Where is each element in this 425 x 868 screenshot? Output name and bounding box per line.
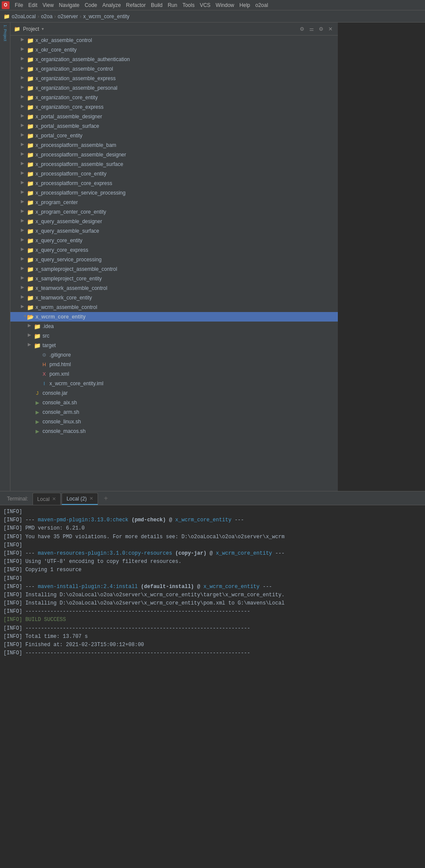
menu-help[interactable]: Help (237, 1, 253, 9)
gear-icon[interactable]: ⚙ (298, 25, 306, 33)
tree-icon-console_arm.sh: ▶ (34, 409, 41, 416)
tree-item-x_query_assemble_designer[interactable]: ▶📁x_query_assemble_designer (10, 217, 338, 226)
breadcrumb-o2oa[interactable]: o2oa (41, 13, 52, 20)
tree-arrow-x_teamwork_assemble_control: ▶ (21, 285, 27, 292)
settings-icon[interactable]: ⚙ (317, 25, 325, 33)
tree-item-x_processplatform_service_processing[interactable]: ▶📁x_processplatform_service_processing (10, 188, 338, 198)
tree-item-x_query_core_entity[interactable]: ▶📁x_query_core_entity (10, 236, 338, 245)
terminal-line: [INFO] ---------------------------------… (3, 624, 422, 633)
menu-edit[interactable]: Edit (26, 1, 40, 9)
tree-item-.gitignore[interactable]: ⚙.gitignore (10, 350, 338, 360)
tab-local1-close[interactable]: ✕ (52, 496, 56, 502)
tree-item-x_wcrm_assemble_control[interactable]: ▶📁x_wcrm_assemble_control (10, 302, 338, 312)
panel-dropdown-icon[interactable]: ▾ (42, 26, 44, 31)
menu-run[interactable]: Run (165, 1, 180, 9)
terminal-tab-local1[interactable]: Local ✕ (33, 493, 61, 505)
tree-item-x_portal_assemble_designer[interactable]: ▶📁x_portal_assemble_designer (10, 112, 338, 121)
tree-item-console_arm.sh[interactable]: ▶console_arm.sh (10, 407, 338, 417)
tree-label-x_query_core_express: x_query_core_express (36, 247, 88, 253)
tree-label-x_wcrm_core_entity.iml: x_wcrm_core_entity.iml (49, 380, 103, 387)
tree-icon-x_processplatform_assemble_bam: 📁 (27, 142, 34, 149)
tree-item-x_teamwork_assemble_control[interactable]: ▶📁x_teamwork_assemble_control (10, 283, 338, 293)
menu-window[interactable]: Window (213, 1, 237, 9)
tree-arrow-x_processplatform_core_entity: ▶ (21, 170, 27, 177)
tree-item-.idea[interactable]: ▶📁.idea (10, 322, 338, 331)
close-icon[interactable]: ✕ (327, 25, 334, 33)
tree-item-x_okr_assemble_control[interactable]: ▶📁x_okr_assemble_control (10, 36, 338, 45)
tab-local1-label: Local (37, 496, 50, 502)
tree-item-src[interactable]: ▶📁src (10, 331, 338, 341)
breadcrumb-o2oalocal[interactable]: o2oaLocal (12, 13, 36, 20)
tree-arrow-x_organization_assemble_personal: ▶ (21, 85, 27, 91)
menu-build[interactable]: Build (148, 1, 165, 9)
tree-label-x_portal_core_entity: x_portal_core_entity (36, 133, 82, 139)
tree-item-console_macos.sh[interactable]: ▶console_macos.sh (10, 426, 338, 436)
tree-item-console_aix.sh[interactable]: ▶console_aix.sh (10, 398, 338, 407)
tree-arrow-x_wcrm_assemble_control: ▶ (21, 304, 27, 311)
tree-item-x_okr_core_entity[interactable]: ▶📁x_okr_core_entity (10, 45, 338, 55)
breadcrumb-o2server[interactable]: o2server (58, 13, 78, 20)
tree-item-x_organization_assemble_control[interactable]: ▶📁x_organization_assemble_control (10, 64, 338, 74)
tree-item-x_query_core_express[interactable]: ▶📁x_query_core_express (10, 245, 338, 255)
terminal-line: [INFO] (3, 541, 422, 549)
menu-tools[interactable]: Tools (180, 1, 197, 9)
tree-label-x_organization_core_express: x_organization_core_express (36, 104, 104, 110)
filter-icon[interactable]: ⚌ (307, 25, 315, 33)
tree-item-x_processplatform_assemble_designer[interactable]: ▶📁x_processplatform_assemble_designer (10, 150, 338, 159)
tree-icon-x_organization_assemble_authentication: 📁 (27, 56, 34, 63)
tree-item-x_sampleproject_core_entity[interactable]: ▶📁x_sampleproject_core_entity (10, 274, 338, 283)
tree-arrow-x_processplatform_assemble_bam: ▶ (21, 142, 27, 149)
add-tab-button[interactable]: + (101, 493, 111, 504)
tree-item-x_wcrm_core_entity[interactable]: ▼📂x_wcrm_core_entity (10, 312, 338, 322)
tree-arrow-x_processplatform_assemble_designer: ▶ (21, 151, 27, 158)
tree-label-x_organization_core_entity: x_organization_core_entity (36, 94, 98, 101)
tree-item-console.jar[interactable]: Jconsole.jar (10, 388, 338, 398)
terminal-line: [INFO] Using 'UTF-8' encoding to copy fi… (3, 558, 422, 566)
tree-item-x_wcrm_core_entity.iml[interactable]: Ix_wcrm_core_entity.iml (10, 379, 338, 388)
tree-icon-x_teamwork_core_entity: 📁 (27, 294, 34, 301)
tab-local2-close[interactable]: ✕ (89, 496, 93, 501)
tree-item-x_sampleproject_assemble_control[interactable]: ▶📁x_sampleproject_assemble_control (10, 264, 338, 274)
menu-bar: O File Edit View Navigate Code Analyze R… (0, 0, 425, 10)
menu-view[interactable]: View (40, 1, 56, 9)
tree-item-x_portal_core_entity[interactable]: ▶📁x_portal_core_entity (10, 131, 338, 140)
tree-item-console_linux.sh[interactable]: ▶console_linux.sh (10, 417, 338, 426)
menu-o2oal[interactable]: o2oal (253, 1, 271, 9)
tree-item-x_program_center_core_entity[interactable]: ▶📁x_program_center_core_entity (10, 207, 338, 217)
menu-navigate[interactable]: Navigate (56, 1, 82, 9)
menu-code[interactable]: Code (82, 1, 100, 9)
terminal-label: Terminal: (3, 493, 32, 505)
tree-item-x_processplatform_core_entity[interactable]: ▶📁x_processplatform_core_entity (10, 169, 338, 179)
tree-item-target[interactable]: ▶📁target (10, 341, 338, 350)
tree-label-x_query_assemble_designer: x_query_assemble_designer (36, 218, 102, 224)
tree-item-x_organization_assemble_authentication[interactable]: ▶📁x_organization_assemble_authentication (10, 55, 338, 64)
tree-label-x_processplatform_assemble_surface: x_processplatform_assemble_surface (36, 161, 123, 167)
menu-analyze[interactable]: Analyze (100, 1, 124, 9)
tree-item-pmd.html[interactable]: Hpmd.html (10, 360, 338, 369)
menu-refactor[interactable]: Refactor (124, 1, 148, 9)
tree-item-x_teamwork_core_entity[interactable]: ▶📁x_teamwork_core_entity (10, 293, 338, 302)
tree-item-pom.xml[interactable]: Xpom.xml (10, 369, 338, 379)
tree-item-x_query_service_processing[interactable]: ▶📁x_query_service_processing (10, 255, 338, 264)
tree-item-x_organization_core_express[interactable]: ▶📁x_organization_core_express (10, 102, 338, 112)
side-icon-project[interactable]: 1: Project (1, 24, 10, 42)
tree-label-pmd.html: pmd.html (49, 361, 71, 367)
tree-arrow-x_organization_assemble_control: ▶ (21, 65, 27, 72)
tree-label-x_query_service_processing: x_query_service_processing (36, 257, 101, 263)
tree-label-console_macos.sh: console_macos.sh (42, 428, 85, 434)
terminal-tab-local2[interactable]: Local (2) ✕ (62, 493, 98, 505)
tree-label-x_wcrm_assemble_control: x_wcrm_assemble_control (36, 304, 97, 310)
menu-file[interactable]: File (12, 1, 26, 9)
menu-vcs[interactable]: VCS (197, 1, 213, 9)
tree-icon-x_program_center: 📁 (27, 199, 34, 206)
tree-item-x_portal_assemble_surface[interactable]: ▶📁x_portal_assemble_surface (10, 121, 338, 131)
tree-item-x_processplatform_assemble_bam[interactable]: ▶📁x_processplatform_assemble_bam (10, 140, 338, 150)
tree-item-x_processplatform_core_express[interactable]: ▶📁x_processplatform_core_express (10, 179, 338, 188)
tree-item-x_query_assemble_surface[interactable]: ▶📁x_query_assemble_surface (10, 226, 338, 236)
tree-item-x_program_center[interactable]: ▶📁x_program_center (10, 198, 338, 207)
tree-label-x_query_core_entity: x_query_core_entity (36, 237, 82, 244)
tree-item-x_organization_assemble_personal[interactable]: ▶📁x_organization_assemble_personal (10, 83, 338, 93)
tree-item-x_processplatform_assemble_surface[interactable]: ▶📁x_processplatform_assemble_surface (10, 159, 338, 169)
tree-item-x_organization_core_entity[interactable]: ▶📁x_organization_core_entity (10, 93, 338, 102)
tree-item-x_organization_assemble_express[interactable]: ▶📁x_organization_assemble_express (10, 74, 338, 83)
